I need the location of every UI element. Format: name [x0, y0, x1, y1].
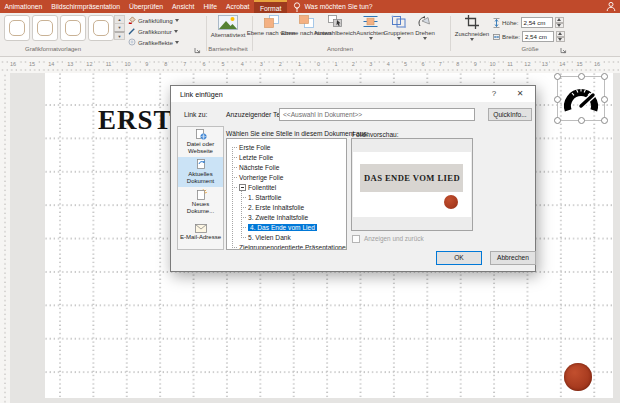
height-input[interactable]: 2,54 cm: [521, 17, 553, 28]
sidebar-item-new-document[interactable]: Neues Dokume...: [178, 187, 223, 217]
vertical-ruler[interactable]: [0, 73, 10, 403]
crop-icon: [465, 15, 479, 29]
ruler-number: 13: [66, 61, 74, 67]
resize-handle[interactable]: [554, 73, 561, 80]
resize-handle[interactable]: [554, 96, 561, 103]
menu-item-5[interactable]: Acrobat: [221, 0, 253, 13]
tree-item-label: Erste Folie: [239, 144, 271, 151]
shape-effects-label: Grafikeffekte: [138, 39, 173, 46]
style-thumbnail-3[interactable]: [60, 15, 86, 41]
ruler-number: 6: [201, 61, 206, 67]
style-thumbnail-4[interactable]: [88, 15, 114, 41]
menu-item-2[interactable]: Überprüfen: [125, 0, 168, 13]
dialog-help-icon[interactable]: ?: [487, 89, 501, 98]
ruler-number: 5: [403, 61, 408, 67]
sidebar-item-current-document[interactable]: Aktuelles Dokument: [178, 157, 223, 187]
group-label-arrange: Anordnen: [315, 46, 365, 52]
ruler-number: 9: [473, 61, 478, 67]
ribbon: ▲ ▼ ▼ Grafikfüllung Grafikkontur Grafike…: [0, 13, 620, 57]
resize-handle[interactable]: [578, 117, 585, 124]
display-text-input[interactable]: <<Auswahl in Dokument>>: [279, 108, 475, 121]
gallery-more-icon[interactable]: ▼: [114, 31, 125, 40]
ruler-number: 14: [47, 61, 55, 67]
resize-handle[interactable]: [601, 117, 608, 124]
group-label-size: Größe: [505, 46, 555, 52]
quickinfo-button[interactable]: QuickInfo...: [488, 108, 532, 121]
document-place-tree[interactable]: Erste FolieLetzte FolieNächste FolieVorh…: [226, 138, 347, 250]
menu-item-0[interactable]: Animationen: [0, 0, 47, 13]
sidebar-item-email-address[interactable]: E-Mail-Adresse: [178, 217, 223, 247]
resize-handle[interactable]: [554, 117, 561, 124]
ruler-number: 16: [9, 61, 17, 67]
menu-item-4[interactable]: Hilfe: [199, 0, 222, 13]
selection-pane-button[interactable]: Auswahlbereich: [312, 15, 358, 37]
height-stepper[interactable]: [555, 17, 564, 28]
menu-item-1[interactable]: Bildschirmpräsentation: [47, 0, 125, 13]
preview-slide: DAS ENDE VOM LIED: [353, 152, 471, 217]
sidebar-item-file-or-webpage[interactable]: Datei oder Webseite: [178, 127, 223, 157]
gallery-scroll: ▲ ▼ ▼: [114, 15, 125, 39]
show-and-return-checkbox[interactable]: [352, 235, 360, 243]
styles-dialog-launcher-icon[interactable]: [194, 47, 201, 54]
height-row: Höhe: 2,54 cm: [493, 17, 564, 28]
powerpoint-window: AnimationenBildschirmpräsentationÜberprü…: [0, 0, 620, 403]
size-dialog-launcher-icon[interactable]: [560, 47, 567, 54]
shape-outline-button[interactable]: Grafikkontur: [128, 26, 178, 36]
tree-item-5[interactable]: 1. Startfolie: [227, 192, 346, 202]
shape-outline-label: Grafikkontur: [138, 28, 172, 35]
ruler-number: 4: [240, 61, 245, 67]
tree-item-2[interactable]: Nächste Folie: [227, 162, 346, 172]
style-thumbnail-2[interactable]: [32, 15, 58, 41]
ruler-number: 8: [163, 61, 168, 67]
tree-item-10[interactable]: Zielgruppenorientierte Präsentationen: [227, 242, 346, 250]
shape-effects-button[interactable]: Grafikeffekte: [128, 37, 179, 47]
ruler-number: 9: [144, 61, 149, 67]
tree-item-1[interactable]: Letzte Folie: [227, 152, 346, 162]
resize-handle[interactable]: [601, 73, 608, 80]
rotate-button[interactable]: Drehen: [411, 15, 439, 40]
ruler-number: 15: [28, 61, 36, 67]
ruler-number: 1: [333, 61, 338, 67]
tree-item-7[interactable]: 3. Zweite Inhaltsfolie: [227, 212, 346, 222]
dialog-titlebar[interactable]: Link einfügen ? ✕: [171, 86, 535, 102]
tell-me-label: Was möchten Sie tun?: [304, 3, 372, 10]
tree-collapse-icon[interactable]: [239, 184, 246, 191]
ok-button[interactable]: OK: [436, 251, 482, 265]
dialog-title: Link einfügen: [180, 90, 223, 99]
group-objects-icon: [391, 15, 406, 28]
sidebar-item-label: Neues Dokume...: [178, 201, 223, 215]
resize-handle[interactable]: [578, 73, 585, 80]
shape-fill-button[interactable]: Grafikfüllung: [128, 15, 179, 25]
group-label-accessibility: Barrierefreiheit: [205, 46, 251, 52]
cancel-button[interactable]: Abbrechen: [490, 251, 536, 265]
width-label: Breite:: [502, 33, 520, 40]
ruler-number: 4: [386, 61, 391, 67]
tree-item-label: Letzte Folie: [239, 154, 273, 161]
ruler-number: 11: [105, 61, 113, 67]
gauge-icon: [562, 81, 600, 115]
tree-item-label: 1. Startfolie: [248, 194, 281, 201]
width-stepper[interactable]: [556, 31, 565, 42]
share-icon[interactable]: [606, 1, 616, 12]
tree-item-4[interactable]: Folientitel: [227, 182, 346, 192]
alt-text-button[interactable]: Alternativtext: [206, 15, 250, 39]
tree-item-0[interactable]: Erste Folie: [227, 142, 346, 152]
link-to-sidebar: Datei oder Webseite Aktuelles Dokument N…: [177, 126, 224, 250]
tree-item-8[interactable]: 4. Das Ende vom Lied: [227, 222, 346, 232]
tree-item-9[interactable]: 5. Vielen Dank: [227, 232, 346, 242]
tab-format[interactable]: Format: [254, 0, 288, 13]
menu-item-3[interactable]: Ansicht: [168, 0, 199, 13]
dialog-close-icon[interactable]: ✕: [513, 89, 527, 98]
horizontal-ruler[interactable]: 1615141312111098765432101234567891011121…: [0, 57, 620, 73]
resize-handle[interactable]: [601, 96, 608, 103]
style-thumbnail-1[interactable]: [4, 15, 30, 41]
crop-button[interactable]: Zuschneiden: [452, 15, 492, 41]
tree-item-6[interactable]: 2. Erste Inhaltsfolie: [227, 202, 346, 212]
tree-item-3[interactable]: Vorherige Folie: [227, 172, 346, 182]
width-input[interactable]: 2,54 cm: [522, 31, 554, 42]
tell-me-box[interactable]: Was möchten Sie tun?: [287, 0, 378, 13]
red-seal-shape[interactable]: [564, 363, 592, 391]
gauge-shape-selection[interactable]: [557, 76, 605, 121]
ruler-number: 12: [523, 61, 531, 67]
align-icon: [363, 15, 378, 28]
